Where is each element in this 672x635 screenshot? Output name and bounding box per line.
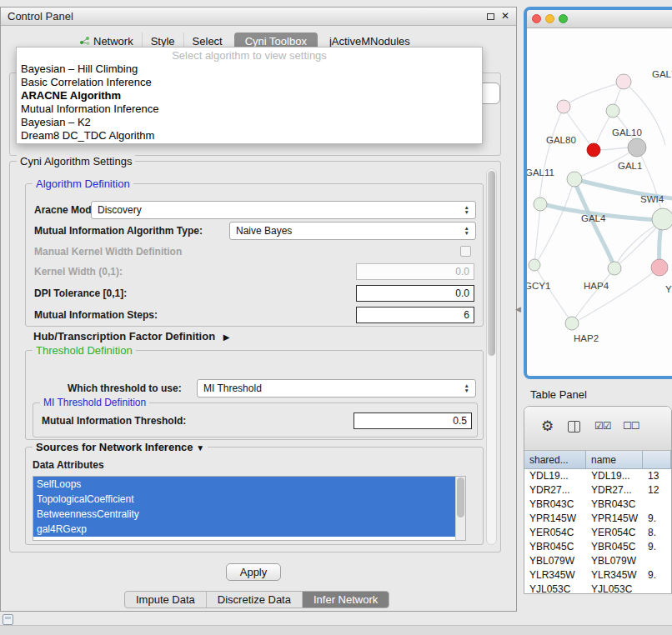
dropdown-item[interactable]: Bayesian – Hill Climbing: [17, 62, 482, 76]
cell: YLR345W: [524, 568, 586, 582]
network-node[interactable]: [529, 259, 540, 271]
mi-type-value: Naive Bayes: [236, 225, 292, 237]
minimized-panel-icon[interactable]: [3, 614, 13, 625]
tab-impute-data[interactable]: Impute Data: [125, 592, 206, 608]
mi-type-label: Mutual Information Algorithm Type:: [34, 225, 203, 237]
sources-group-title: Sources for Network Inference: [36, 441, 193, 453]
network-node-gray[interactable]: [628, 138, 646, 157]
table-row[interactable]: YDL19... YDL19... 13: [524, 469, 671, 483]
table-row[interactable]: YJL053C YJL053C: [524, 582, 671, 594]
network-node-red[interactable]: [587, 143, 600, 157]
cell: YLR345W: [586, 568, 643, 582]
dropdown-item[interactable]: Basic Correlation Inference: [17, 76, 482, 89]
aracne-mode-select[interactable]: Discovery ▲▼: [91, 201, 476, 219]
sources-group: Sources for Network Inference ▼ Data Att…: [25, 447, 484, 545]
bottom-tabbar: Impute Data Discretize Data Infer Networ…: [124, 591, 389, 608]
close-traffic-icon[interactable]: [532, 14, 541, 23]
select-all-icon[interactable]: ☑☑: [594, 420, 611, 432]
network-node[interactable]: [567, 172, 582, 187]
cell: YDR27...: [524, 483, 586, 498]
zoom-traffic-icon[interactable]: [559, 14, 568, 23]
cyni-algorithm-settings-group: Cyni Algorithm Settings Algorithm Defini…: [9, 161, 501, 552]
network-node-pink[interactable]: [651, 259, 668, 276]
node-label: GCY1: [527, 281, 550, 291]
network-node[interactable]: [608, 262, 621, 275]
settings-scrollbar[interactable]: [486, 168, 497, 545]
control-panel-title: Control Panel: [8, 10, 73, 22]
node-label: SWI4: [640, 194, 664, 204]
network-window-titlebar: [527, 10, 672, 28]
list-item[interactable]: gal4RGexp: [33, 522, 455, 537]
attributes-scrollbar-thumb[interactable]: [457, 478, 464, 518]
network-canvas[interactable]: GAL7 GAL80 GAL10 GAL11 GAL1 SWI4 GAL4 GC…: [527, 28, 672, 376]
node-label: HAP4: [584, 281, 609, 291]
aracne-mode-value: Discovery: [98, 204, 142, 216]
network-node[interactable]: [534, 198, 547, 211]
close-icon[interactable]: ✕: [501, 10, 509, 22]
expand-right-icon: ▶: [223, 332, 230, 342]
table-row[interactable]: YPR145W YPR145W 9.: [524, 512, 671, 526]
which-threshold-value: MI Threshold: [203, 382, 262, 394]
list-item[interactable]: SelfLoops: [33, 477, 455, 492]
settings-group-title: Cyni Algorithm Settings: [17, 155, 135, 168]
mi-steps-field[interactable]: [356, 307, 474, 323]
cell: YDL19...: [586, 469, 643, 483]
apply-button[interactable]: Apply: [226, 563, 281, 581]
attributes-scrollbar[interactable]: [455, 477, 465, 540]
table-panel-window: ⚙ ☑☑ ☐☐ shared... name YDL19... YDL19...…: [524, 406, 672, 594]
combo-arrows-icon: ▲▼: [464, 205, 469, 215]
table-row[interactable]: YBR045C YBR045C 9.: [524, 540, 671, 554]
network-node[interactable]: [652, 208, 672, 230]
table-row[interactable]: YBR043C YBR043C: [524, 498, 671, 512]
dropdown-item-selected[interactable]: ARACNE Algorithm: [17, 89, 482, 102]
node-label: GAL4: [581, 213, 606, 223]
sources-group-toggle[interactable]: Sources for Network Inference ▼: [33, 441, 208, 453]
cell: YBR045C: [524, 540, 586, 554]
cell: YJL053C: [586, 582, 643, 594]
table-row[interactable]: YDR27... YDR27... 12: [524, 483, 671, 498]
manual-kernel-checkbox[interactable]: [460, 246, 471, 257]
table-panel-title: Table Panel: [530, 388, 587, 401]
algorithm-definition-title: Algorithm Definition: [33, 178, 133, 190]
dpi-tolerance-field[interactable]: [356, 285, 474, 302]
column-header-shared-name[interactable]: shared...: [524, 451, 586, 469]
network-node[interactable]: [606, 104, 619, 118]
dropdown-item[interactable]: Mutual Information Inference: [17, 102, 482, 116]
deselect-all-icon[interactable]: ☐☐: [623, 420, 639, 432]
kernel-width-field[interactable]: [356, 263, 474, 280]
mi-threshold-group-title: MI Threshold Definition: [40, 397, 149, 408]
desktop: Control Panel ✕ Network Style Select Cyn…: [0, 0, 672, 635]
network-node[interactable]: [565, 317, 579, 330]
mi-type-select[interactable]: Naive Bayes ▲▼: [229, 222, 476, 240]
table-row[interactable]: YER054C YER054C 8.: [524, 526, 671, 540]
node-label: GAL11: [527, 168, 554, 178]
column-header-name[interactable]: name: [586, 451, 643, 469]
minimize-traffic-icon[interactable]: [545, 14, 554, 23]
cell: 9.: [643, 568, 671, 582]
table-row[interactable]: YBL079W YBL079W: [524, 554, 671, 568]
threshold-definition-title: Threshold Definition: [33, 344, 136, 357]
hub-definition-toggle[interactable]: Hub/Transcription Factor Definition ▶: [33, 330, 229, 342]
dropdown-item[interactable]: Bayesian – K2: [17, 116, 482, 129]
table-header-row: shared... name: [524, 451, 671, 469]
network-node[interactable]: [616, 74, 631, 89]
tab-infer-network[interactable]: Infer Network: [302, 592, 389, 608]
gear-icon[interactable]: ⚙: [541, 418, 554, 435]
dropdown-item[interactable]: Dream8 DC_TDC Algorithm: [17, 129, 482, 142]
network-node[interactable]: [557, 100, 570, 113]
column-header-clipped[interactable]: [643, 451, 671, 469]
table-row[interactable]: YLR345W YLR345W 9.: [524, 568, 671, 582]
columns-icon[interactable]: [568, 421, 580, 432]
cell: [643, 554, 671, 568]
tab-discretize-data[interactable]: Discretize Data: [206, 592, 302, 608]
which-threshold-select[interactable]: MI Threshold ▲▼: [197, 379, 476, 398]
splitter-collapse-icon[interactable]: ◀: [515, 305, 521, 313]
node-label: GAL7: [652, 69, 672, 79]
cell: 9.: [643, 540, 671, 554]
mi-threshold-field[interactable]: [354, 412, 472, 429]
list-item[interactable]: BetweennessCentrality: [33, 507, 455, 522]
list-item[interactable]: TopologicalCoefficient: [33, 492, 455, 507]
manual-kernel-label: Manual Kernel Width Definition: [34, 246, 182, 258]
settings-scrollbar-thumb[interactable]: [488, 171, 495, 356]
float-window-icon[interactable]: [487, 13, 494, 20]
